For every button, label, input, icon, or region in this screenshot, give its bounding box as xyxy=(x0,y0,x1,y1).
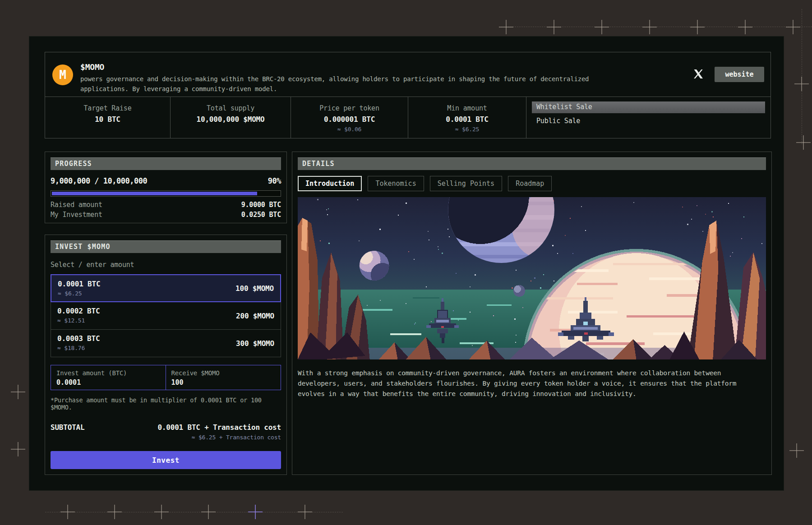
token-sale-card: M $MOMO powers governance and decision-m… xyxy=(29,36,784,491)
progress-panel: PROGRESS 9,000,000 / 10,000,000 90% Rais… xyxy=(45,152,287,223)
plus-mark xyxy=(789,443,804,458)
token-logo-letter: M xyxy=(59,68,66,82)
plus-mark xyxy=(786,20,800,34)
invest-header: INVEST $MOMO xyxy=(51,240,281,253)
progress-percent: 90% xyxy=(268,176,281,185)
plus-mark xyxy=(107,505,122,519)
plus-mark xyxy=(547,20,561,34)
plus-mark xyxy=(11,442,25,456)
tab-selling-points[interactable]: Selling Points xyxy=(430,176,502,191)
receive-amount-input[interactable] xyxy=(171,378,276,387)
guide-line xyxy=(499,27,812,27)
phase-public-sale[interactable]: Public Sale xyxy=(532,117,765,125)
amount-option-3[interactable]: 0.0003 BTC ≈ $18.76 300 $MOMO xyxy=(51,329,281,357)
subtotal-label: SUBTOTAL xyxy=(51,423,84,441)
plus-mark xyxy=(60,505,75,519)
amount-option-1[interactable]: 0.0001 BTC ≈ $6.25 100 $MOMO xyxy=(51,274,281,302)
stat-total-supply: Total supply 10,000,000 $MOMO xyxy=(170,97,291,138)
subtotal-usd: ≈ $6.25 + Transaction cost xyxy=(157,434,281,441)
invest-button[interactable]: Invest xyxy=(51,451,281,469)
phase-whitelist-sale[interactable]: Whitelist Sale xyxy=(532,101,765,113)
receive-amount-field-box: Receive $MOMO xyxy=(166,365,281,390)
details-header: DETAILS xyxy=(298,157,766,170)
plus-mark xyxy=(794,77,809,91)
progress-bar-fill xyxy=(52,192,257,195)
details-tabs: Introduction Tokenomics Selling Points R… xyxy=(298,176,766,191)
plus-mark xyxy=(796,135,811,150)
progress-ratio: 9,000,000 / 10,000,000 xyxy=(51,176,147,185)
plus-mark xyxy=(595,20,609,34)
guide-line xyxy=(45,512,343,512)
invest-amount-input[interactable] xyxy=(56,378,160,387)
select-amount-label: Select / enter amount xyxy=(51,261,281,269)
website-button[interactable]: website xyxy=(715,67,764,82)
guide-line xyxy=(802,9,802,144)
invest-amount-label: Invest amount (BTC) xyxy=(56,369,160,377)
tab-roadmap[interactable]: Roadmap xyxy=(508,176,552,191)
token-description: powers governance and decision-making wi… xyxy=(80,74,608,94)
subtotal-value: 0.0001 BTC + Transaction cost xyxy=(157,423,281,432)
progress-bar xyxy=(51,190,281,197)
stat-price-per-token: Price per token 0.000001 BTC ≈ $0.06 xyxy=(291,97,408,138)
plus-mark xyxy=(690,20,705,34)
details-body-text: With a strong emphasis on community-driv… xyxy=(298,368,766,399)
receive-amount-label: Receive $MOMO xyxy=(171,369,276,377)
plus-mark xyxy=(642,20,657,34)
x-social-icon[interactable] xyxy=(693,69,704,79)
plus-mark xyxy=(11,385,25,399)
my-investment-label: My Investment xyxy=(51,211,102,219)
details-panel: DETAILS Introduction Tokenomics Selling … xyxy=(292,152,772,475)
token-title: $MOMO xyxy=(80,62,104,72)
purchase-note: *Purchase amount must be in multiplier o… xyxy=(51,396,281,411)
amount-option-2[interactable]: 0.0002 BTC ≈ $12.51 200 $MOMO xyxy=(51,302,281,330)
token-header: M $MOMO powers governance and decision-m… xyxy=(45,52,771,97)
progress-header: PROGRESS xyxy=(51,157,281,170)
raised-amount-value: 9.0000 BTC xyxy=(241,201,281,209)
token-logo: M xyxy=(52,64,73,85)
tab-introduction[interactable]: Introduction xyxy=(298,176,362,191)
invest-amount-field-box: Invest amount (BTC) xyxy=(51,365,166,390)
raised-amount-label: Raised amount xyxy=(51,201,102,209)
stat-min-amount: Min amount 0.0001 BTC ≈ $6.25 xyxy=(408,97,526,138)
sale-phase-list: Whitelist Sale Public Sale xyxy=(526,97,770,138)
plus-mark xyxy=(154,505,169,519)
plus-mark xyxy=(499,20,513,34)
amount-options: 0.0001 BTC ≈ $6.25 100 $MOMO 0.0002 BTC … xyxy=(51,274,281,357)
invest-panel: INVEST $MOMO Select / enter amount 0.000… xyxy=(45,235,287,475)
pixel-art-banner xyxy=(298,197,766,359)
tab-tokenomics[interactable]: Tokenomics xyxy=(368,176,424,191)
stats-row: Target Raise 10 BTC Total supply 10,000,… xyxy=(45,97,771,138)
plus-mark xyxy=(201,505,216,519)
stat-target-raise: Target Raise 10 BTC xyxy=(45,97,170,138)
plus-mark xyxy=(298,505,312,519)
plus-mark xyxy=(248,505,263,519)
plus-mark xyxy=(738,20,752,34)
my-investment-value: 0.0250 BTC xyxy=(241,211,281,219)
